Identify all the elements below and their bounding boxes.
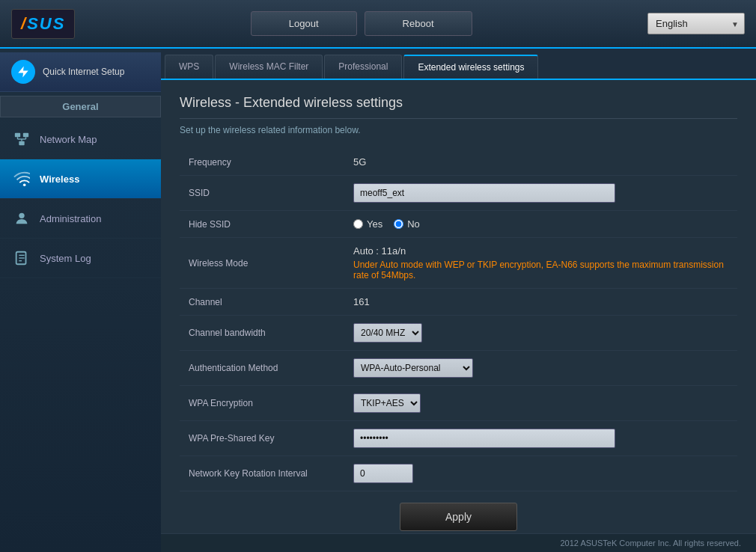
rotation-label: Network Key Rotation Interval	[180, 456, 344, 491]
header-buttons: Logout Reboot	[75, 11, 647, 36]
sidebar-item-network-map[interactable]: Network Map	[0, 120, 161, 159]
wireless-mode-value: Auto : 11a/n	[353, 245, 728, 257]
rotation-input[interactable]	[353, 464, 413, 483]
wpa-enc-label: WPA Encryption	[180, 386, 344, 421]
wireless-mode-row: Wireless Mode Auto : 11a/n Under Auto mo…	[180, 238, 737, 289]
sidebar-network-map-label: Network Map	[40, 134, 97, 145]
apply-button[interactable]: Apply	[400, 503, 517, 531]
system-log-icon	[11, 248, 32, 269]
sidebar-syslog-label: System Log	[40, 253, 91, 264]
channel-label: Channel	[180, 289, 344, 316]
settings-table: Frequency 5G SSID Hide SSID	[180, 149, 737, 491]
sidebar-admin-label: Administration	[40, 213, 101, 224]
sidebar-wireless-label: Wireless	[40, 174, 79, 185]
channel-value: 161	[353, 296, 370, 307]
hide-ssid-yes-radio[interactable]	[353, 219, 363, 229]
hide-ssid-radio-group: Yes No	[353, 218, 728, 230]
auth-method-label: Authentication Method	[180, 351, 344, 386]
wireless-mode-label: Wireless Mode	[180, 238, 344, 289]
svg-point-8	[23, 183, 26, 186]
logo-box: /SUS	[11, 9, 75, 39]
page-title: Wireless - Extended wireless settings	[180, 95, 737, 119]
wpa-key-input[interactable]	[353, 429, 615, 448]
hide-ssid-row: Hide SSID Yes No	[180, 211, 737, 238]
svg-point-9	[19, 213, 24, 218]
wireless-mode-warning: Under Auto mode with WEP or TKIP encrypt…	[353, 260, 728, 280]
channel-row: Channel 161	[180, 289, 737, 316]
wpa-enc-row: WPA Encryption TKIP+AES TKIP AES	[180, 386, 737, 421]
page-description: Set up the wireless related information …	[180, 125, 737, 135]
rotation-row: Network Key Rotation Interval	[180, 456, 737, 491]
logo-text: /SUS	[21, 14, 65, 33]
tab-extended-wireless[interactable]: Extended wireless settings	[403, 55, 538, 79]
main-layout: Quick Internet Setup General Network Map	[0, 49, 756, 552]
svg-rect-1	[23, 133, 28, 138]
administration-icon	[11, 208, 32, 229]
general-section-label: General	[0, 96, 161, 117]
tab-mac-filter[interactable]: Wireless MAC Filter	[215, 55, 323, 79]
ssid-input[interactable]	[353, 183, 615, 203]
hide-ssid-no-radio[interactable]	[394, 219, 403, 229]
svg-rect-2	[19, 141, 24, 146]
wireless-icon	[11, 168, 32, 189]
channel-bw-select[interactable]: 20/40 MHZ 20 MHZ 40 MHZ	[353, 323, 422, 343]
wpa-key-label: WPA Pre-Shared Key	[180, 421, 344, 456]
sidebar-item-administration[interactable]: Administration	[0, 199, 161, 239]
quick-setup-label: Quick Internet Setup	[43, 66, 124, 79]
wpa-enc-select[interactable]: TKIP+AES TKIP AES	[353, 393, 421, 413]
logout-button[interactable]: Logout	[251, 11, 357, 36]
hide-ssid-label: Hide SSID	[180, 211, 344, 238]
network-map-icon	[11, 129, 32, 150]
frequency-row: Frequency 5G	[180, 149, 737, 176]
tab-professional[interactable]: Professional	[324, 55, 402, 79]
auth-method-row: Authentication Method WPA-Auto-Personal …	[180, 351, 737, 386]
auth-method-select[interactable]: WPA-Auto-Personal WPA-Personal WPA2-Pers…	[353, 358, 473, 378]
quick-setup-icon	[11, 60, 35, 84]
language-selector[interactable]: English Chinese Japanese Korean ▼	[647, 13, 745, 34]
ssid-row: SSID	[180, 176, 737, 211]
sidebar: Quick Internet Setup General Network Map	[0, 49, 161, 552]
quick-internet-setup[interactable]: Quick Internet Setup	[0, 52, 161, 92]
frequency-value: 5G	[353, 156, 366, 168]
main-content: WPS Wireless MAC Filter Professional Ext…	[161, 49, 756, 552]
wpa-key-row: WPA Pre-Shared Key	[180, 421, 737, 456]
ssid-label: SSID	[180, 176, 344, 211]
sidebar-item-system-log[interactable]: System Log	[0, 239, 161, 278]
content-area: Wireless - Extended wireless settings Se…	[161, 80, 756, 533]
channel-bw-row: Channel bandwidth 20/40 MHZ 20 MHZ 40 MH…	[180, 316, 737, 351]
hide-ssid-no-option[interactable]: No	[394, 218, 420, 230]
sidebar-item-wireless[interactable]: Wireless	[0, 159, 161, 199]
logo-area: /SUS	[11, 9, 75, 39]
footer: 2012 ASUSTeK Computer Inc. All rights re…	[161, 533, 756, 552]
channel-bw-label: Channel bandwidth	[180, 316, 344, 351]
frequency-label: Frequency	[180, 149, 344, 176]
svg-rect-0	[15, 133, 20, 138]
language-select[interactable]: English Chinese Japanese Korean	[647, 13, 745, 34]
reboot-button[interactable]: Reboot	[365, 11, 472, 36]
apply-row: Apply	[180, 503, 737, 531]
hide-ssid-yes-label: Yes	[367, 218, 382, 230]
header: /SUS Logout Reboot English Chinese Japan…	[0, 0, 756, 49]
hide-ssid-yes-option[interactable]: Yes	[353, 218, 382, 230]
tab-wps[interactable]: WPS	[165, 55, 213, 79]
hide-ssid-no-label: No	[407, 218, 420, 230]
tab-bar: WPS Wireless MAC Filter Professional Ext…	[161, 49, 756, 80]
